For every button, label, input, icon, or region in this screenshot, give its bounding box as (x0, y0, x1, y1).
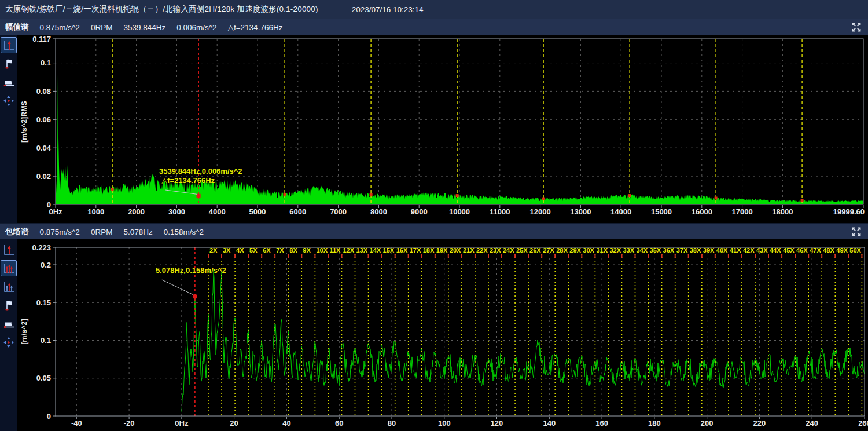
harmonic-label: 27X (543, 247, 554, 254)
harmonic-label: 6X (263, 247, 271, 254)
rpm-value: 0RPM (91, 23, 113, 32)
y-tick-label: 0 (47, 200, 51, 209)
x-tick-label: 15000 (651, 207, 672, 216)
x-tick-label: 17000 (732, 207, 753, 216)
harmonic-label: 24X (503, 247, 514, 254)
harmonic-label: 46X (796, 247, 808, 254)
harmonic-label: 38X (690, 247, 701, 254)
harmonic-label: 26X (529, 247, 541, 254)
cursor-amplitude-value: 0.006m/s^2 (176, 23, 216, 32)
harmonic-label: 12X (343, 247, 355, 254)
harmonic-label: 17X (410, 247, 421, 254)
x-tick-label: 120 (491, 419, 503, 428)
y-tick-label: 0.1 (41, 336, 51, 345)
amplitude-spectrum-toolbar: 幅值谱 0.875m/s^2 0RPM 3539.844Hz 0.006m/s^… (0, 19, 868, 35)
fullscreen-expand-icon[interactable] (851, 226, 862, 238)
x-tick-label: -40 (71, 419, 82, 428)
tool-flag[interactable] (1, 297, 17, 313)
x-tick-label: 8000 (370, 207, 387, 216)
y-tick-label: 0.04 (36, 144, 52, 152)
y-tick-label: 0.223 (32, 243, 51, 252)
harmonic-label: 16X (396, 247, 408, 254)
timestamp: 2023/07/16 10:23:14 (352, 5, 424, 14)
y-tick-label: 0.08 (36, 87, 51, 96)
fullscreen-expand-icon[interactable] (851, 21, 862, 33)
y-axis-title: [m/s^2] (20, 319, 28, 344)
overall-value: 0.875m/s^2 (40, 23, 80, 32)
harmonic-label: 21X (463, 247, 475, 254)
sideband-marker (284, 193, 286, 196)
harmonic-label: 29X (569, 247, 581, 254)
flag-horizontal-icon (2, 76, 15, 89)
tool-single-cursor[interactable] (1, 242, 17, 258)
harmonic-label: 37X (676, 247, 688, 254)
x-tick-label: 240 (806, 419, 818, 428)
tool-sideband-cursor[interactable] (1, 279, 17, 295)
harmonic-label: 33X (623, 247, 635, 254)
x-tick-label: 140 (543, 419, 556, 428)
x-tick-label: 220 (753, 419, 766, 428)
main-cursor-marker[interactable] (197, 194, 201, 198)
spectrum-line (182, 269, 865, 412)
x-tick-label: 1000 (87, 207, 104, 216)
tool-flag[interactable] (1, 56, 17, 72)
x-tick-label: -20 (124, 419, 135, 428)
x-tick-label: 0Hz (175, 419, 189, 428)
cursor-annotation: 5.078Hz,0.158m/s^2 (156, 266, 226, 275)
delta-f-value: △f=2134.766Hz (228, 23, 283, 32)
harmonic-label: 8X (289, 247, 297, 254)
flag-icon (2, 299, 15, 312)
x-tick-label: 3000 (168, 207, 185, 216)
y-tick-label: 0.117 (32, 35, 51, 43)
harmonic-label: 40X (716, 247, 728, 254)
harmonic-label: 4X (236, 247, 244, 254)
harmonic-label: 31X (596, 247, 608, 254)
harmonic-label: 20X (450, 247, 461, 254)
flag-horizontal-icon (2, 317, 15, 330)
header-bar: 太原钢铁/炼铁厂/三烧/一次混料机托辊（三）/北输入西侧2H/128k 加速度波… (0, 0, 868, 19)
amplitude-chart-tool-palette (0, 35, 17, 223)
single-cursor-icon (2, 39, 15, 52)
spectrum-type-label: 包络谱 (5, 227, 29, 237)
harmonic-label: 36X (663, 247, 675, 254)
x-tick-label: 100 (438, 419, 451, 428)
harmonic-label: 2X (209, 247, 218, 254)
spectrum-type-label: 幅值谱 (5, 22, 29, 32)
tool-flag-horizontal[interactable] (1, 316, 17, 332)
harmonic-label: 23X (490, 247, 501, 254)
move-icon (2, 94, 15, 107)
harmonic-label: 14X (370, 247, 381, 254)
x-tick-label: 12000 (530, 207, 551, 216)
harmonic-label: 19X (436, 247, 448, 254)
cursor-annotation: △f=2134.766Hz (161, 176, 215, 185)
sideband-marker (542, 198, 545, 200)
cursor-annotation: 3539.844Hz,0.006m/s^2 (159, 167, 242, 176)
sideband-cursor-icon (2, 280, 15, 293)
harmonic-label: 9X (303, 247, 311, 254)
harmonic-label: 11X (329, 247, 341, 254)
measurement-point-path: 太原钢铁/炼铁厂/三烧/一次混料机托辊（三）/北输入西侧2H/128k 加速度波… (5, 4, 318, 14)
x-tick-label: 20 (230, 419, 238, 428)
tool-harmonic-cursor[interactable] (1, 260, 17, 276)
x-tick-label: 18000 (772, 207, 793, 216)
y-tick-label: 0.05 (36, 374, 51, 382)
annotation-leader-line (162, 280, 193, 295)
main-cursor-marker[interactable] (193, 294, 197, 299)
cursor-frequency-value: 3539.844Hz (123, 23, 165, 32)
tool-flag-horizontal[interactable] (1, 74, 17, 90)
amplitude-spectrum-chart[interactable]: 3539.844Hz,0.006m/s^2△f=2134.766Hz0Hz100… (17, 35, 868, 223)
envelope-spectrum-toolbar: 包络谱 0.875m/s^2 0RPM 5.078Hz 0.158m/s^2 (0, 223, 868, 240)
vibration-analysis-app: 太原钢铁/炼铁厂/三烧/一次混料机托辊（三）/北输入西侧2H/128k 加速度波… (0, 0, 868, 431)
envelope-chart-tool-palette (0, 239, 17, 431)
cursor-amplitude-value: 0.158m/s^2 (164, 228, 204, 236)
x-tick-label: 16000 (692, 207, 712, 216)
harmonic-label: 7X (276, 247, 284, 254)
harmonic-label: 39X (703, 247, 715, 254)
tool-move[interactable] (1, 334, 17, 350)
harmonic-label: 32X (609, 247, 621, 254)
envelope-spectrum-chart[interactable]: 2X3X4X5X6X7X8X9X10X11X12X13X14X15X16X17X… (17, 239, 868, 431)
tool-move[interactable] (1, 93, 17, 109)
tool-single-cursor[interactable] (1, 37, 17, 53)
x-tick-label: 14000 (610, 207, 631, 216)
move-icon (2, 336, 15, 349)
